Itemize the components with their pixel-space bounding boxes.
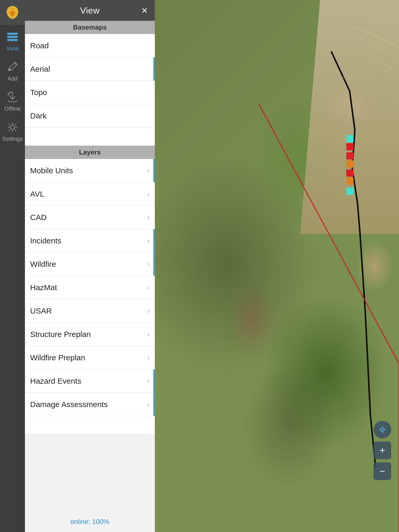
basemap-aerial-label: Aerial bbox=[30, 65, 50, 74]
basemap-dark[interactable]: Dark bbox=[25, 104, 155, 128]
layer-damage-assessments[interactable]: Damage Assessments › bbox=[25, 393, 155, 416]
svg-rect-0 bbox=[7, 33, 18, 35]
gear-icon bbox=[6, 121, 19, 134]
layer-hazmat-label: HazMat bbox=[30, 283, 57, 292]
layer-wildfire-label: Wildfire bbox=[30, 260, 56, 269]
basemap-road-label: Road bbox=[30, 41, 49, 50]
basemap-dark-label: Dark bbox=[30, 111, 46, 120]
chevron-icon: › bbox=[147, 237, 150, 245]
chevron-icon: › bbox=[147, 307, 150, 315]
layer-structure-preplan-label: Structure Preplan bbox=[30, 330, 91, 339]
layer-hazard-events-label: Hazard Events bbox=[30, 377, 81, 385]
layer-incidents[interactable]: Incidents › bbox=[25, 229, 155, 252]
zoom-in-button[interactable]: + bbox=[374, 442, 391, 459]
svg-line-4 bbox=[352, 26, 399, 47]
layers-spacer bbox=[25, 416, 155, 434]
online-status: online: 100% bbox=[25, 511, 155, 532]
zoom-in-label: + bbox=[380, 445, 385, 456]
layer-usar-label: USAR bbox=[30, 307, 52, 315]
chevron-icon: › bbox=[147, 354, 150, 362]
chevron-icon: › bbox=[147, 167, 150, 175]
svg-line-5 bbox=[357, 36, 399, 57]
svg-rect-1 bbox=[7, 36, 18, 38]
marker-cyan-1 bbox=[346, 135, 354, 142]
sidebar-item-add-label: Add bbox=[7, 75, 17, 82]
map-area[interactable]: + − bbox=[155, 0, 399, 532]
layer-damage-assessments-label: Damage Assessments bbox=[30, 400, 108, 409]
chevron-icon: › bbox=[147, 377, 150, 385]
chevron-icon: › bbox=[147, 330, 150, 338]
marker-red-3 bbox=[346, 169, 354, 177]
sidebar: View Add Offline bbox=[0, 0, 25, 532]
layer-wildfire[interactable]: Wildfire › bbox=[25, 252, 155, 276]
svg-point-10 bbox=[382, 429, 383, 430]
chevron-icon: › bbox=[147, 260, 150, 268]
zoom-out-label: − bbox=[380, 466, 385, 477]
map-svg bbox=[155, 0, 399, 532]
locate-button[interactable] bbox=[374, 421, 391, 438]
chevron-icon: › bbox=[147, 400, 150, 409]
layers-section-header: Layers bbox=[25, 146, 155, 159]
basemap-topo-label: Topo bbox=[30, 88, 47, 97]
logo-icon bbox=[5, 5, 20, 20]
layer-wildfire-preplan[interactable]: Wildfire Preplan › bbox=[25, 346, 155, 369]
app-logo bbox=[0, 0, 25, 25]
layer-hazmat[interactable]: HazMat › bbox=[25, 276, 155, 299]
marker-orange-2 bbox=[346, 177, 354, 185]
close-button[interactable]: × bbox=[142, 5, 148, 16]
marker-orange-1 bbox=[346, 160, 354, 168]
layer-wildfire-preplan-label: Wildfire Preplan bbox=[30, 353, 85, 362]
layer-cad-label: CAD bbox=[30, 213, 46, 222]
sidebar-item-settings-label: Settings bbox=[2, 136, 23, 142]
layer-usar[interactable]: USAR › bbox=[25, 299, 155, 323]
sidebar-item-settings[interactable]: Settings bbox=[0, 115, 25, 145]
sidebar-item-offline[interactable]: Offline bbox=[0, 85, 25, 115]
layer-mobile-units[interactable]: Mobile Units › bbox=[25, 159, 155, 182]
zoom-out-button[interactable]: − bbox=[374, 462, 391, 480]
chevron-icon: › bbox=[147, 190, 150, 198]
layer-hazard-events[interactable]: Hazard Events › bbox=[25, 369, 155, 393]
sidebar-item-view-label: View bbox=[6, 45, 18, 52]
basemap-road[interactable]: Road bbox=[25, 34, 155, 57]
panel-title: View bbox=[80, 5, 99, 16]
map-markers bbox=[346, 135, 354, 195]
basemap-spacer bbox=[25, 128, 155, 146]
marker-red-2 bbox=[346, 152, 354, 159]
basemaps-section-header: Basemaps bbox=[25, 21, 155, 34]
svg-line-6 bbox=[363, 52, 399, 73]
map-controls: + − bbox=[374, 421, 391, 480]
layer-incidents-label: Incidents bbox=[30, 236, 61, 245]
svg-point-3 bbox=[10, 125, 15, 129]
marker-red-1 bbox=[346, 143, 354, 150]
layer-cad[interactable]: CAD › bbox=[25, 206, 155, 229]
chevron-icon: › bbox=[147, 213, 150, 222]
basemap-aerial[interactable]: Aerial bbox=[25, 57, 155, 81]
sidebar-item-offline-label: Offline bbox=[4, 105, 21, 112]
marker-cyan-2 bbox=[346, 188, 354, 195]
basemap-topo[interactable]: Topo bbox=[25, 81, 155, 104]
layer-avl[interactable]: AVL › bbox=[25, 182, 155, 206]
layer-avl-label: AVL bbox=[30, 190, 44, 198]
sidebar-item-add[interactable]: Add bbox=[0, 55, 25, 85]
map-background: + − bbox=[155, 0, 399, 532]
layers-icon bbox=[6, 30, 19, 44]
svg-line-8 bbox=[342, 68, 399, 78]
pencil-icon bbox=[6, 60, 19, 74]
layer-mobile-units-label: Mobile Units bbox=[30, 166, 73, 175]
view-panel: View × Basemaps Road Aerial Topo Dark La… bbox=[25, 0, 155, 532]
download-icon bbox=[6, 90, 19, 104]
svg-rect-2 bbox=[7, 39, 18, 41]
layer-structure-preplan[interactable]: Structure Preplan › bbox=[25, 323, 155, 346]
panel-header: View × bbox=[25, 0, 155, 21]
chevron-icon: › bbox=[147, 283, 150, 292]
sidebar-item-view[interactable]: View bbox=[0, 25, 25, 55]
